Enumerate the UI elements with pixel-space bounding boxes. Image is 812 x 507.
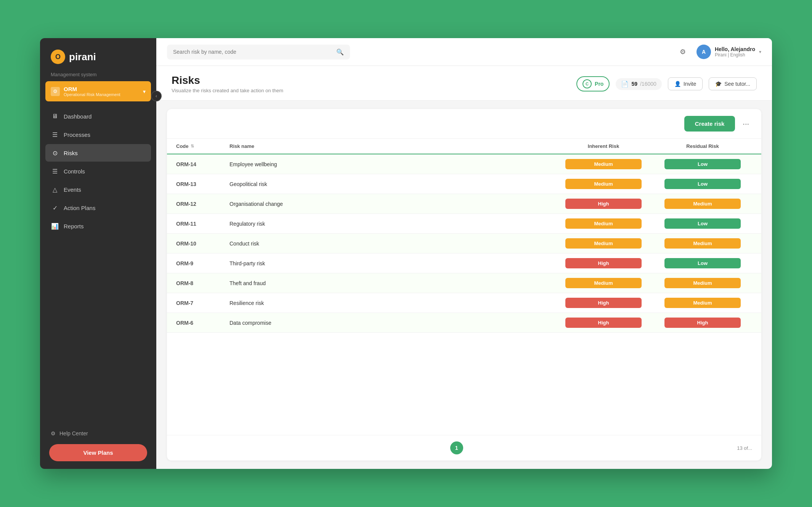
table-header: Code ⇅ Risk name Inherent Risk Residual … xyxy=(167,139,761,154)
invite-icon: 👤 xyxy=(674,81,681,87)
page-header: Risks Visualize the risks created and ta… xyxy=(156,66,772,101)
user-dropdown-icon: ▾ xyxy=(759,49,761,55)
events-icon: △ xyxy=(51,185,59,194)
inherent-risk-badge: Medium xyxy=(565,159,642,169)
cell-risk-name: Third-party risk xyxy=(229,260,554,266)
tutorial-icon: 🎓 xyxy=(715,81,722,87)
settings-button[interactable]: ⚙ xyxy=(675,44,690,59)
cell-risk-name: Data compromise xyxy=(229,320,554,326)
col-header-risk-name: Risk name xyxy=(229,143,554,149)
inherent-risk-badge: High xyxy=(565,298,642,308)
residual-risk-badge: Low xyxy=(664,159,741,169)
cell-residual-risk: Medium xyxy=(653,238,752,249)
cell-residual-risk: Low xyxy=(653,179,752,189)
sidebar-item-dashboard[interactable]: 🖥 Dashboard xyxy=(45,107,151,125)
cell-risk-name: Regulatory risk xyxy=(229,221,554,227)
controls-icon: ☰ xyxy=(51,167,59,175)
sidebar-item-label: Risks xyxy=(64,150,78,156)
residual-risk-badge: Medium xyxy=(664,238,741,249)
orm-title: ORM xyxy=(64,86,120,92)
page-1-button[interactable]: 1 xyxy=(450,441,463,454)
table-row[interactable]: ORM-10 Conduct risk Medium Medium xyxy=(167,234,761,254)
cell-inherent-risk: Medium xyxy=(554,278,653,288)
sidebar: O pirani Management system ⚙ ORM Operati… xyxy=(40,38,156,469)
view-plans-button[interactable]: View Plans xyxy=(49,444,147,461)
sidebar-item-processes[interactable]: ☰ Processes xyxy=(45,126,151,143)
count-current: 59 xyxy=(631,81,637,87)
table-row[interactable]: ORM-7 Resilience risk High Medium xyxy=(167,293,761,313)
sidebar-item-label: Action Plans xyxy=(64,205,95,211)
search-icon: 🔍 xyxy=(336,48,344,56)
cell-inherent-risk: Medium xyxy=(554,218,653,229)
table-row[interactable]: ORM-13 Geopolitical risk Medium Low xyxy=(167,174,761,194)
tutorial-button[interactable]: 🎓 See tutor... xyxy=(709,77,757,90)
cell-residual-risk: Medium xyxy=(653,298,752,308)
action-plans-icon: ✓ xyxy=(51,204,59,212)
sidebar-item-reports[interactable]: 📊 Reports xyxy=(45,217,151,235)
col-header-inherent-risk: Inherent Risk xyxy=(554,143,653,149)
inherent-risk-badge: Medium xyxy=(565,218,642,229)
pro-badge[interactable]: C Pro xyxy=(576,76,610,91)
inherent-risk-badge: High xyxy=(565,258,642,268)
sidebar-item-events[interactable]: △ Events xyxy=(45,181,151,198)
pro-label: Pro xyxy=(595,81,603,87)
risks-table-area: Create risk ··· Code ⇅ Risk name Inheren… xyxy=(167,109,761,460)
cell-inherent-risk: Medium xyxy=(554,238,653,249)
table-row[interactable]: ORM-8 Theft and fraud Medium Medium xyxy=(167,273,761,293)
cell-inherent-risk: Medium xyxy=(554,179,653,189)
cell-risk-name: Resilience risk xyxy=(229,300,554,306)
inherent-risk-badge: Medium xyxy=(565,179,642,189)
cell-residual-risk: Medium xyxy=(653,278,752,288)
cell-code: ORM-14 xyxy=(176,161,229,167)
count-icon: 📄 xyxy=(621,80,629,88)
nav-items: 🖥 Dashboard ☰ Processes ⊙ Risks ☰ Contro… xyxy=(40,104,156,421)
table-row[interactable]: ORM-11 Regulatory risk Medium Low xyxy=(167,214,761,234)
invite-button[interactable]: 👤 Invite xyxy=(668,77,703,90)
cell-code: ORM-9 xyxy=(176,260,229,266)
table-row[interactable]: ORM-14 Employee wellbeing Medium Low xyxy=(167,154,761,174)
table-row[interactable]: ORM-9 Third-party risk High Low xyxy=(167,254,761,273)
sidebar-item-action-plans[interactable]: ✓ Action Plans xyxy=(45,199,151,217)
sidebar-item-label: Controls xyxy=(64,168,85,175)
cell-residual-risk: High xyxy=(653,318,752,328)
cell-residual-risk: Low xyxy=(653,258,752,268)
sidebar-item-label: Reports xyxy=(64,223,84,229)
user-section[interactable]: A Hello, Alejandro Pirani | English ▾ xyxy=(696,45,761,59)
logo: O pirani xyxy=(40,38,156,72)
orm-subtitle: Operational Risk Management xyxy=(64,92,120,97)
sidebar-item-controls[interactable]: ☰ Controls xyxy=(45,162,151,180)
orm-icon: ⚙ xyxy=(51,87,60,96)
inherent-risk-badge: Medium xyxy=(565,238,642,249)
cell-risk-name: Organisational change xyxy=(229,201,554,207)
more-options-button[interactable]: ··· xyxy=(740,116,752,131)
avatar: A xyxy=(696,45,711,59)
residual-risk-badge: Medium xyxy=(664,298,741,308)
cell-residual-risk: Low xyxy=(653,159,752,169)
cell-code: ORM-13 xyxy=(176,181,229,187)
residual-risk-badge: Low xyxy=(664,179,741,189)
create-risk-button[interactable]: Create risk xyxy=(684,116,735,132)
cell-code: ORM-6 xyxy=(176,320,229,326)
count-badge[interactable]: 📄 59 /16000 xyxy=(616,78,661,90)
logo-icon: O xyxy=(51,50,65,64)
help-center[interactable]: ⚙ Help Center xyxy=(45,427,151,440)
residual-risk-badge: High xyxy=(664,318,741,328)
residual-risk-badge: Medium xyxy=(664,278,741,288)
sidebar-collapse-button[interactable]: ‹ xyxy=(151,91,162,101)
table-row[interactable]: ORM-6 Data compromise High High xyxy=(167,313,761,333)
orm-section[interactable]: ⚙ ORM Operational Risk Management ▾ xyxy=(45,81,151,101)
cell-residual-risk: Low xyxy=(653,218,752,229)
page-actions: C Pro 📄 59 /16000 👤 Invite 🎓 See tutor..… xyxy=(576,76,757,91)
cell-risk-name: Geopolitical risk xyxy=(229,181,554,187)
pagination: 1 13 of... xyxy=(167,435,761,460)
search-container: 🔍 xyxy=(167,45,350,59)
page-subtitle: Visualize the risks created and take act… xyxy=(172,88,283,93)
inherent-risk-badge: Medium xyxy=(565,278,642,288)
residual-risk-badge: Low xyxy=(664,258,741,268)
cell-inherent-risk: High xyxy=(554,318,653,328)
table-row[interactable]: ORM-12 Organisational change High Medium xyxy=(167,194,761,214)
sidebar-item-risks[interactable]: ⊙ Risks xyxy=(45,144,151,162)
search-input[interactable] xyxy=(173,49,332,55)
inherent-risk-badge: High xyxy=(565,199,642,209)
management-label: Management system xyxy=(40,72,156,81)
